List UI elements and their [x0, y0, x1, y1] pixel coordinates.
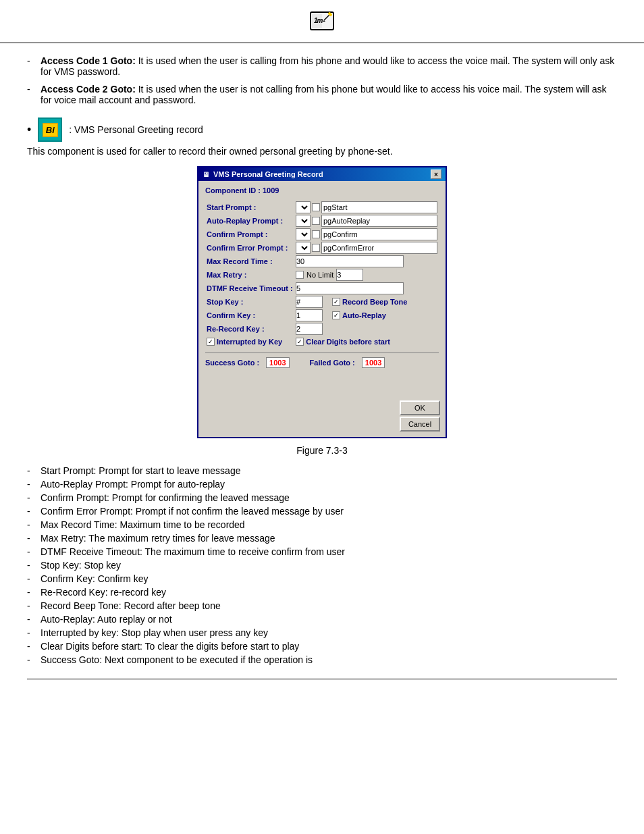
no-limit-checkbox[interactable] — [296, 271, 304, 279]
desc-item-2: Confirm Prompt: Prompt for confirming th… — [27, 492, 617, 503]
header: 1m — [0, 0, 644, 43]
svg-text:1m: 1m — [314, 17, 323, 24]
dialog-close-button[interactable]: × — [431, 170, 441, 179]
auto-replay-controls: v — [296, 215, 437, 227]
confirm-prompt-controls: v — [296, 228, 437, 240]
success-goto-value[interactable]: 1003 — [266, 357, 289, 368]
desc-item-10: Record Beep Tone: Record after beep tone — [27, 600, 617, 611]
intro-bullets: Access Code 1 Goto: It is used when the … — [27, 55, 617, 105]
figure-caption: Figure 7.3-3 — [27, 445, 617, 456]
auto-replay-select[interactable]: v — [296, 215, 311, 227]
dialog-form: Start Prompt : v Auto-Replay Prompt : — [205, 200, 439, 348]
max-retry-row: Max Retry : No Limit — [207, 269, 437, 281]
confirm-prompt-row: Confirm Prompt : v — [207, 228, 437, 240]
failed-goto-label: Failed Goto : — [310, 359, 355, 367]
auto-replay-check-label: Auto-Replay — [342, 311, 386, 319]
dialog-titlebar-left: 🖥 VMS Personal Greeting Record — [203, 170, 323, 178]
no-limit-label: No Limit — [306, 271, 333, 279]
auto-replay-check[interactable] — [332, 311, 340, 319]
desc-item-5: Max Retry: The maximum retry times for l… — [27, 533, 617, 544]
cancel-button[interactable]: Cancel — [400, 417, 440, 432]
confirm-error-row: Confirm Error Prompt : v — [207, 242, 437, 254]
record-beep-checkbox[interactable] — [332, 298, 340, 306]
desc-item-4: Max Record Time: Maximum time to be reco… — [27, 519, 617, 530]
desc-item-1: Auto-Replay Prompt: Prompt for auto-repl… — [27, 479, 617, 490]
start-prompt-input[interactable] — [321, 201, 437, 213]
confirm-prompt-select[interactable]: v — [296, 228, 311, 240]
desc-item-9: Re-Record Key: re-record key — [27, 587, 617, 598]
desc-item-8: Confirm Key: Confirm key — [27, 573, 617, 584]
confirm-key-input[interactable] — [296, 309, 323, 321]
desc-item-14: Success Goto: Next component to be execu… — [27, 654, 617, 665]
vms-description: This component is used for caller to rec… — [27, 146, 617, 157]
interrupted-checkbox[interactable] — [207, 338, 215, 346]
interrupted-row: Interrupted by Key Clear Digits before s… — [207, 336, 437, 347]
clear-digits-label: Clear Digits before start — [306, 338, 390, 346]
confirm-key-controls: Auto-Replay — [296, 309, 437, 321]
confirm-error-controls: v — [296, 242, 437, 254]
desc-item-6: DTMF Receive Timeout: The maximum time t… — [27, 546, 617, 557]
auto-replay-label: Auto-Replay Prompt : — [207, 215, 294, 227]
vms-section: • Bi : VMS Personal Greeting record This… — [27, 118, 617, 157]
max-retry-label: Max Retry : — [207, 269, 294, 281]
clear-digits-checkbox[interactable] — [296, 338, 304, 346]
main-content: Access Code 1 Goto: It is used when the … — [0, 55, 644, 679]
confirm-error-label: Confirm Error Prompt : — [207, 242, 294, 254]
rerecord-row: Re-Record Key : — [207, 323, 437, 335]
stop-key-input[interactable] — [296, 296, 323, 308]
header-logo: 1m — [305, 7, 339, 38]
dialog-wrapper: 🖥 VMS Personal Greeting Record × Compone… — [27, 166, 617, 438]
bullet-text-1: Access Code 1 Goto: It is used when the … — [41, 55, 617, 77]
confirm-prompt-label: Confirm Prompt : — [207, 228, 294, 240]
vms-title: : VMS Personal Greeting record — [69, 124, 203, 135]
start-prompt-select[interactable]: v — [296, 201, 311, 213]
max-record-input[interactable] — [296, 255, 404, 267]
component-id-label: Component ID : 1009 — [205, 186, 439, 194]
desc-item-11: Auto-Replay: Auto replay or not — [27, 614, 617, 625]
bullet-item-1: Access Code 1 Goto: It is used when the … — [27, 55, 617, 77]
desc-item-12: Interrupted by key: Stop play when user … — [27, 627, 617, 638]
logo-icon: 1m — [305, 7, 339, 34]
success-goto-label: Success Goto : — [205, 359, 259, 367]
dtmf-controls — [296, 282, 437, 294]
dialog-title-text: VMS Personal Greeting Record — [213, 170, 323, 178]
confirm-prompt-checkbox[interactable] — [312, 230, 320, 238]
interrupted-controls: Interrupted by Key Clear Digits before s… — [207, 336, 437, 347]
footer-line — [27, 679, 617, 679]
dialog-btn-row: OK — [204, 400, 440, 415]
description-list: Start Prompt: Prompt for start to leave … — [27, 465, 617, 665]
desc-item-13: Clear Digits before start: To clear the … — [27, 641, 617, 652]
auto-replay-row: Auto-Replay Prompt : v — [207, 215, 437, 227]
dialog-cancel-row: Cancel — [204, 417, 440, 432]
max-retry-input[interactable] — [336, 269, 363, 281]
auto-replay-checkbox[interactable] — [312, 217, 320, 225]
confirm-error-checkbox[interactable] — [312, 244, 320, 252]
spacer — [205, 372, 439, 392]
dtmf-input[interactable] — [296, 282, 404, 294]
interrupted-label: Interrupted by Key — [217, 338, 282, 346]
start-prompt-row: Start Prompt : v — [207, 201, 437, 213]
confirm-key-row: Confirm Key : Auto-Replay — [207, 309, 437, 321]
confirm-error-select[interactable]: v — [296, 242, 311, 254]
vms-icon: Bi — [38, 118, 62, 142]
dialog-box: 🖥 VMS Personal Greeting Record × Compone… — [197, 166, 447, 438]
dialog-body: Component ID : 1009 Start Prompt : v — [198, 181, 446, 398]
bullet-item-2: Access Code 2 Goto: It is used when the … — [27, 84, 617, 105]
confirm-error-input[interactable] — [321, 242, 437, 254]
rerecord-controls — [296, 323, 437, 335]
start-prompt-checkbox[interactable] — [312, 203, 320, 211]
failed-goto-value[interactable]: 1003 — [362, 357, 385, 368]
desc-item-0: Start Prompt: Prompt for start to leave … — [27, 465, 617, 476]
rerecord-input[interactable] — [296, 323, 323, 335]
auto-replay-input[interactable] — [321, 215, 437, 227]
record-beep-label: Record Beep Tone — [342, 298, 407, 306]
desc-item-7: Stop Key: Stop key — [27, 560, 617, 571]
dialog-buttons-area: OK Cancel — [198, 398, 446, 437]
dialog-titlebar: 🖥 VMS Personal Greeting Record × — [198, 167, 446, 181]
start-prompt-controls: v — [296, 201, 437, 213]
ok-button[interactable]: OK — [400, 400, 440, 415]
separator — [205, 353, 439, 353]
confirm-key-label: Confirm Key : — [207, 309, 294, 321]
confirm-prompt-input[interactable] — [321, 228, 437, 240]
stop-key-label: Stop Key : — [207, 296, 294, 308]
